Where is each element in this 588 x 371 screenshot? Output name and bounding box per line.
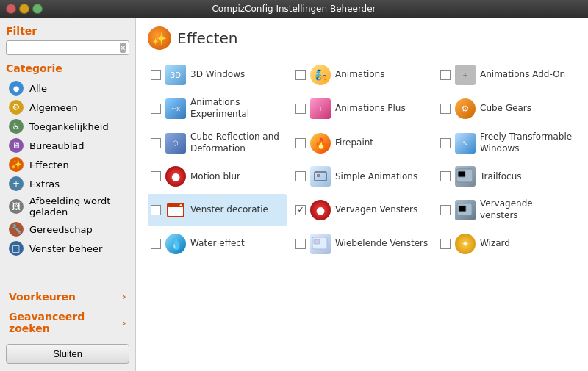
effect-cubereflection-checkbox[interactable] bbox=[151, 138, 161, 148]
effect-animationsplus-icon: + bbox=[310, 98, 331, 119]
content-title: Effecten bbox=[177, 29, 238, 47]
effect-wizard-label: Wizard bbox=[480, 238, 510, 250]
svg-rect-3 bbox=[458, 171, 465, 177]
effect-animationsexp-checkbox[interactable] bbox=[151, 104, 161, 114]
effect-vervagendevensters-icon bbox=[455, 200, 476, 220]
sidebar-item-label-alle: Alle bbox=[29, 83, 47, 94]
filter-input-wrap: ✕ bbox=[6, 40, 129, 55]
effecten-header-icon: ✨ bbox=[148, 26, 171, 50]
effect-animationsplus[interactable]: + Animations Plus bbox=[293, 93, 431, 124]
effect-motionblur-icon: ● bbox=[165, 166, 186, 187]
effect-trailfocus[interactable]: Trailfocus bbox=[437, 162, 576, 191]
effect-animationsaddon-icon: + bbox=[455, 65, 476, 85]
sluiten-button[interactable]: Sluiten bbox=[6, 344, 129, 364]
effect-animationsexp[interactable]: ~x Animations Experimental bbox=[148, 93, 287, 124]
sidebar-item-label-gereedschap: Gereedschap bbox=[29, 224, 93, 235]
effect-freelytransformable-checkbox[interactable] bbox=[440, 138, 451, 148]
effect-wizard-checkbox[interactable] bbox=[440, 239, 451, 249]
effect-animationsaddon[interactable]: + Animations Add-On bbox=[437, 60, 576, 90]
sidebar-item-label-extras: Extras bbox=[29, 179, 60, 190]
effect-wiebelendevensters[interactable]: Wiebelende Vensters bbox=[293, 229, 431, 259]
effect-simpleanimations[interactable]: Simple Animations bbox=[293, 162, 431, 191]
sidebar-item-venster[interactable]: □ Venster beheer bbox=[6, 239, 129, 258]
effect-vensterdecorat-icon bbox=[165, 200, 186, 220]
effect-motionblur-label: Motion blur bbox=[190, 171, 240, 183]
effect-animations-label: Animations bbox=[335, 69, 384, 81]
sidebar-item-bureaublad[interactable]: 🖥 Bureaublad bbox=[6, 136, 129, 155]
effect-wizard-icon: ✦ bbox=[455, 234, 476, 254]
effect-watereffect-checkbox[interactable] bbox=[151, 239, 161, 249]
effect-wiebelendevensters-checkbox[interactable] bbox=[295, 239, 306, 249]
effect-vensterdecorat[interactable]: Venster decoratie bbox=[148, 194, 287, 226]
effect-vervagenvensters-icon: ● bbox=[310, 200, 331, 220]
maximize-button[interactable] bbox=[32, 4, 43, 14]
sidebar-item-label-toegankelijkheid: Toegankelijkheid bbox=[29, 121, 109, 132]
effect-animations[interactable]: 🧞 Animations bbox=[293, 60, 431, 90]
close-button[interactable] bbox=[6, 4, 16, 14]
svg-rect-8 bbox=[459, 206, 466, 212]
effect-simpleanimations-icon bbox=[310, 166, 331, 187]
effect-3dwindows-icon: 3D bbox=[165, 65, 186, 85]
sidebar-item-algemeen[interactable]: ⚙ Algemeen bbox=[6, 98, 129, 117]
effect-wiebelendevensters-icon bbox=[310, 234, 331, 254]
effect-motionblur-checkbox[interactable] bbox=[151, 171, 161, 181]
sidebar-item-alle[interactable]: ● Alle bbox=[6, 79, 129, 98]
effect-motionblur[interactable]: ● Motion blur bbox=[148, 162, 287, 191]
effect-cubegears-checkbox[interactable] bbox=[440, 104, 451, 114]
venster-icon: □ bbox=[9, 241, 24, 256]
sidebar-item-label-bureaublad: Bureaublad bbox=[29, 140, 85, 151]
effect-3dwindows-checkbox[interactable] bbox=[151, 70, 161, 80]
toegankelijkheid-icon: ♿ bbox=[9, 119, 24, 134]
minimize-button[interactable] bbox=[19, 4, 29, 14]
filter-clear-button[interactable]: ✕ bbox=[120, 43, 126, 53]
effect-animations-checkbox[interactable] bbox=[295, 70, 306, 80]
bureaublad-icon: 🖥 bbox=[9, 138, 24, 153]
content-area: ✨ Effecten 3D 3D Windows 🧞 Animations bbox=[136, 18, 588, 371]
sidebar-item-effecten[interactable]: ✨ Effecten bbox=[6, 155, 129, 174]
gereedschap-icon: 🔧 bbox=[9, 222, 24, 237]
effect-cubereflection[interactable]: ⬡ Cube Reflection and Deformation bbox=[148, 127, 287, 159]
effect-cubereflection-icon: ⬡ bbox=[165, 133, 186, 154]
effect-cubegears[interactable]: ⚙ Cube Gears bbox=[437, 93, 576, 124]
effect-wizard[interactable]: ✦ Wizard bbox=[437, 229, 576, 259]
voorkeuren-label: Voorkeuren bbox=[9, 291, 76, 303]
filter-input[interactable] bbox=[10, 43, 120, 53]
geavanceerd-item[interactable]: Geavanceerd zoeken › bbox=[6, 307, 129, 338]
effect-firepaint-label: Firepaint bbox=[335, 137, 373, 149]
effect-watereffect[interactable]: 💧 Water effect bbox=[148, 229, 287, 259]
effect-animations-icon: 🧞 bbox=[310, 65, 331, 85]
effect-cubegears-label: Cube Gears bbox=[480, 103, 531, 115]
effect-vensterdecorat-label: Venster decoratie bbox=[190, 204, 268, 216]
effect-watereffect-icon: 💧 bbox=[165, 234, 186, 254]
effect-animationsplus-label: Animations Plus bbox=[335, 103, 406, 115]
sidebar-item-afbeelding[interactable]: 🖼 Afbeelding wordt geladen bbox=[6, 193, 129, 220]
effects-grid: 3D 3D Windows 🧞 Animations + Animations … bbox=[148, 60, 576, 259]
sidebar-item-label-venster: Venster beheer bbox=[29, 243, 102, 254]
effect-vensterdecorat-checkbox[interactable] bbox=[151, 205, 161, 215]
effect-animationsaddon-checkbox[interactable] bbox=[440, 70, 451, 80]
effect-freelytransformable[interactable]: ⤡ Freely Transformable Windows bbox=[437, 127, 576, 159]
effect-firepaint[interactable]: 🔥 Firepaint bbox=[293, 127, 431, 159]
effect-vervagenvensters-checkbox[interactable] bbox=[295, 205, 306, 215]
effect-vervagenvensters[interactable]: ● Vervagen Vensters bbox=[293, 194, 431, 226]
sidebar-item-toegankelijkheid[interactable]: ♿ Toegankelijkheid bbox=[6, 117, 129, 136]
geavanceerd-label: Geavanceerd zoeken bbox=[9, 311, 122, 334]
voorkeuren-item[interactable]: Voorkeuren › bbox=[6, 286, 129, 307]
effect-3dwindows[interactable]: 3D 3D Windows bbox=[148, 60, 287, 90]
effect-watereffect-label: Water effect bbox=[190, 238, 245, 250]
main-layout: Filter ✕ Categorie ● Alle ⚙ Algemeen ♿ T… bbox=[0, 18, 588, 371]
effect-firepaint-icon: 🔥 bbox=[310, 133, 331, 154]
sidebar-item-extras[interactable]: + Extras bbox=[6, 174, 129, 193]
effect-trailfocus-label: Trailfocus bbox=[480, 171, 522, 183]
effect-vervagendevensters-checkbox[interactable] bbox=[440, 205, 451, 215]
effect-animationsplus-checkbox[interactable] bbox=[295, 104, 306, 114]
sidebar-item-label-algemeen: Algemeen bbox=[29, 102, 78, 113]
effect-firepaint-checkbox[interactable] bbox=[295, 138, 306, 148]
effect-vervagendevensters[interactable]: Vervagende vensters bbox=[437, 194, 576, 226]
sidebar-item-gereedschap[interactable]: 🔧 Gereedschap bbox=[6, 220, 129, 239]
effect-simpleanimations-checkbox[interactable] bbox=[295, 171, 306, 181]
algemeen-icon: ⚙ bbox=[9, 100, 24, 115]
effect-freelytransformable-icon: ⤡ bbox=[455, 133, 476, 154]
effect-trailfocus-checkbox[interactable] bbox=[440, 171, 451, 181]
effect-trailfocus-icon bbox=[455, 166, 476, 187]
